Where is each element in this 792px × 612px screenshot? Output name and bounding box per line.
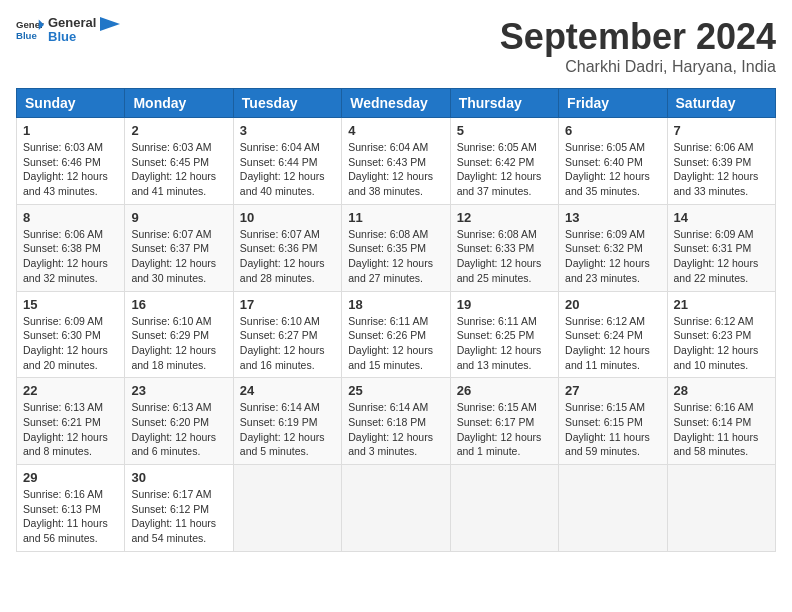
day-number: 12 <box>457 210 552 225</box>
day-detail: Sunrise: 6:10 AM Sunset: 6:27 PM Dayligh… <box>240 314 335 373</box>
day-detail: Sunrise: 6:08 AM Sunset: 6:35 PM Dayligh… <box>348 227 443 286</box>
day-detail: Sunrise: 6:03 AM Sunset: 6:46 PM Dayligh… <box>23 140 118 199</box>
day-detail: Sunrise: 6:09 AM Sunset: 6:32 PM Dayligh… <box>565 227 660 286</box>
calendar-cell: 5 Sunrise: 6:05 AM Sunset: 6:42 PM Dayli… <box>450 118 558 205</box>
calendar-cell: 21 Sunrise: 6:12 AM Sunset: 6:23 PM Dayl… <box>667 291 775 378</box>
calendar-cell: 1 Sunrise: 6:03 AM Sunset: 6:46 PM Dayli… <box>17 118 125 205</box>
day-detail: Sunrise: 6:17 AM Sunset: 6:12 PM Dayligh… <box>131 487 226 546</box>
svg-text:Blue: Blue <box>16 30 37 41</box>
header: General Blue General Blue September 2024… <box>16 16 776 76</box>
header-day-sunday: Sunday <box>17 89 125 118</box>
day-detail: Sunrise: 6:07 AM Sunset: 6:36 PM Dayligh… <box>240 227 335 286</box>
day-detail: Sunrise: 6:09 AM Sunset: 6:31 PM Dayligh… <box>674 227 769 286</box>
calendar-cell: 17 Sunrise: 6:10 AM Sunset: 6:27 PM Dayl… <box>233 291 341 378</box>
day-number: 11 <box>348 210 443 225</box>
day-detail: Sunrise: 6:12 AM Sunset: 6:24 PM Dayligh… <box>565 314 660 373</box>
calendar-header: SundayMondayTuesdayWednesdayThursdayFrid… <box>17 89 776 118</box>
calendar-cell: 26 Sunrise: 6:15 AM Sunset: 6:17 PM Dayl… <box>450 378 558 465</box>
day-number: 28 <box>674 383 769 398</box>
svg-marker-3 <box>100 17 120 31</box>
calendar-cell: 29 Sunrise: 6:16 AM Sunset: 6:13 PM Dayl… <box>17 465 125 552</box>
header-day-saturday: Saturday <box>667 89 775 118</box>
calendar-cell: 18 Sunrise: 6:11 AM Sunset: 6:26 PM Dayl… <box>342 291 450 378</box>
day-number: 6 <box>565 123 660 138</box>
day-number: 9 <box>131 210 226 225</box>
main-title: September 2024 <box>500 16 776 58</box>
day-detail: Sunrise: 6:15 AM Sunset: 6:15 PM Dayligh… <box>565 400 660 459</box>
day-detail: Sunrise: 6:05 AM Sunset: 6:40 PM Dayligh… <box>565 140 660 199</box>
calendar-table: SundayMondayTuesdayWednesdayThursdayFrid… <box>16 88 776 552</box>
day-number: 16 <box>131 297 226 312</box>
calendar-cell <box>667 465 775 552</box>
calendar-cell: 9 Sunrise: 6:07 AM Sunset: 6:37 PM Dayli… <box>125 204 233 291</box>
day-detail: Sunrise: 6:11 AM Sunset: 6:25 PM Dayligh… <box>457 314 552 373</box>
day-number: 8 <box>23 210 118 225</box>
day-detail: Sunrise: 6:04 AM Sunset: 6:43 PM Dayligh… <box>348 140 443 199</box>
calendar-cell <box>342 465 450 552</box>
calendar-week-5: 29 Sunrise: 6:16 AM Sunset: 6:13 PM Dayl… <box>17 465 776 552</box>
calendar-cell: 23 Sunrise: 6:13 AM Sunset: 6:20 PM Dayl… <box>125 378 233 465</box>
day-detail: Sunrise: 6:09 AM Sunset: 6:30 PM Dayligh… <box>23 314 118 373</box>
day-number: 18 <box>348 297 443 312</box>
calendar-cell: 25 Sunrise: 6:14 AM Sunset: 6:18 PM Dayl… <box>342 378 450 465</box>
day-detail: Sunrise: 6:16 AM Sunset: 6:14 PM Dayligh… <box>674 400 769 459</box>
day-number: 25 <box>348 383 443 398</box>
calendar-cell <box>450 465 558 552</box>
day-detail: Sunrise: 6:10 AM Sunset: 6:29 PM Dayligh… <box>131 314 226 373</box>
day-detail: Sunrise: 6:16 AM Sunset: 6:13 PM Dayligh… <box>23 487 118 546</box>
calendar-cell: 4 Sunrise: 6:04 AM Sunset: 6:43 PM Dayli… <box>342 118 450 205</box>
day-number: 1 <box>23 123 118 138</box>
day-detail: Sunrise: 6:15 AM Sunset: 6:17 PM Dayligh… <box>457 400 552 459</box>
header-day-tuesday: Tuesday <box>233 89 341 118</box>
day-detail: Sunrise: 6:03 AM Sunset: 6:45 PM Dayligh… <box>131 140 226 199</box>
calendar-cell: 6 Sunrise: 6:05 AM Sunset: 6:40 PM Dayli… <box>559 118 667 205</box>
calendar-cell: 20 Sunrise: 6:12 AM Sunset: 6:24 PM Dayl… <box>559 291 667 378</box>
calendar-cell: 30 Sunrise: 6:17 AM Sunset: 6:12 PM Dayl… <box>125 465 233 552</box>
calendar-cell: 27 Sunrise: 6:15 AM Sunset: 6:15 PM Dayl… <box>559 378 667 465</box>
logo: General Blue General Blue <box>16 16 120 44</box>
calendar-cell: 15 Sunrise: 6:09 AM Sunset: 6:30 PM Dayl… <box>17 291 125 378</box>
header-day-thursday: Thursday <box>450 89 558 118</box>
day-detail: Sunrise: 6:06 AM Sunset: 6:39 PM Dayligh… <box>674 140 769 199</box>
day-number: 24 <box>240 383 335 398</box>
day-number: 20 <box>565 297 660 312</box>
day-detail: Sunrise: 6:13 AM Sunset: 6:20 PM Dayligh… <box>131 400 226 459</box>
day-number: 19 <box>457 297 552 312</box>
calendar-cell: 24 Sunrise: 6:14 AM Sunset: 6:19 PM Dayl… <box>233 378 341 465</box>
day-number: 2 <box>131 123 226 138</box>
day-detail: Sunrise: 6:06 AM Sunset: 6:38 PM Dayligh… <box>23 227 118 286</box>
day-number: 23 <box>131 383 226 398</box>
day-number: 15 <box>23 297 118 312</box>
header-row: SundayMondayTuesdayWednesdayThursdayFrid… <box>17 89 776 118</box>
day-detail: Sunrise: 6:14 AM Sunset: 6:19 PM Dayligh… <box>240 400 335 459</box>
calendar-cell: 14 Sunrise: 6:09 AM Sunset: 6:31 PM Dayl… <box>667 204 775 291</box>
header-day-wednesday: Wednesday <box>342 89 450 118</box>
calendar-cell: 22 Sunrise: 6:13 AM Sunset: 6:21 PM Dayl… <box>17 378 125 465</box>
day-number: 5 <box>457 123 552 138</box>
day-detail: Sunrise: 6:11 AM Sunset: 6:26 PM Dayligh… <box>348 314 443 373</box>
calendar-week-3: 15 Sunrise: 6:09 AM Sunset: 6:30 PM Dayl… <box>17 291 776 378</box>
calendar-cell: 19 Sunrise: 6:11 AM Sunset: 6:25 PM Dayl… <box>450 291 558 378</box>
day-detail: Sunrise: 6:05 AM Sunset: 6:42 PM Dayligh… <box>457 140 552 199</box>
day-detail: Sunrise: 6:08 AM Sunset: 6:33 PM Dayligh… <box>457 227 552 286</box>
calendar-cell: 28 Sunrise: 6:16 AM Sunset: 6:14 PM Dayl… <box>667 378 775 465</box>
calendar-cell: 13 Sunrise: 6:09 AM Sunset: 6:32 PM Dayl… <box>559 204 667 291</box>
subtitle: Charkhi Dadri, Haryana, India <box>500 58 776 76</box>
calendar-body: 1 Sunrise: 6:03 AM Sunset: 6:46 PM Dayli… <box>17 118 776 552</box>
logo-blue-text: Blue <box>48 29 120 44</box>
calendar-cell: 7 Sunrise: 6:06 AM Sunset: 6:39 PM Dayli… <box>667 118 775 205</box>
calendar-week-4: 22 Sunrise: 6:13 AM Sunset: 6:21 PM Dayl… <box>17 378 776 465</box>
day-number: 14 <box>674 210 769 225</box>
calendar-cell: 8 Sunrise: 6:06 AM Sunset: 6:38 PM Dayli… <box>17 204 125 291</box>
title-section: September 2024 Charkhi Dadri, Haryana, I… <box>500 16 776 76</box>
calendar-cell: 12 Sunrise: 6:08 AM Sunset: 6:33 PM Dayl… <box>450 204 558 291</box>
day-detail: Sunrise: 6:07 AM Sunset: 6:37 PM Dayligh… <box>131 227 226 286</box>
day-number: 29 <box>23 470 118 485</box>
header-day-monday: Monday <box>125 89 233 118</box>
day-detail: Sunrise: 6:13 AM Sunset: 6:21 PM Dayligh… <box>23 400 118 459</box>
day-number: 27 <box>565 383 660 398</box>
day-detail: Sunrise: 6:04 AM Sunset: 6:44 PM Dayligh… <box>240 140 335 199</box>
day-number: 22 <box>23 383 118 398</box>
logo-icon: General Blue <box>16 16 44 44</box>
calendar-cell: 11 Sunrise: 6:08 AM Sunset: 6:35 PM Dayl… <box>342 204 450 291</box>
